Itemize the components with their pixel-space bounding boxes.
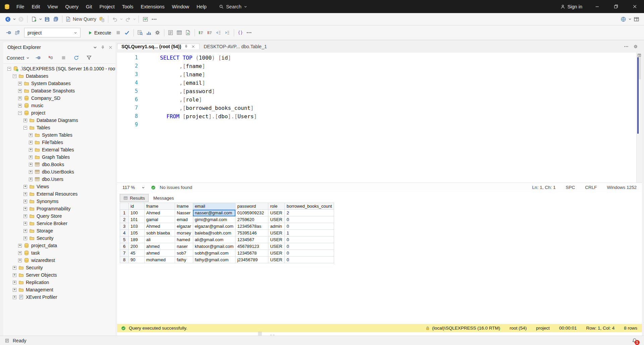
- new-file-button[interactable]: [30, 14, 38, 24]
- expand-icon[interactable]: +: [13, 266, 16, 270]
- expand-icon[interactable]: +: [18, 82, 22, 85]
- editor-status-item[interactable]: CRLF: [585, 185, 597, 190]
- tab-close-icon[interactable]: [191, 45, 195, 49]
- grid-cell[interactable]: sob7: [175, 250, 193, 257]
- tree-item[interactable]: +Service Broker: [3, 220, 115, 227]
- minimize-button[interactable]: [588, 0, 606, 13]
- column-header-role[interactable]: role: [268, 203, 285, 210]
- collapse-icon[interactable]: −: [7, 67, 11, 71]
- grid-cell[interactable]: sobh@gmail.com: [193, 250, 235, 257]
- tree-item[interactable]: −Tables: [3, 124, 115, 131]
- expand-icon[interactable]: +: [23, 214, 27, 218]
- expand-icon[interactable]: +: [29, 155, 33, 159]
- grid-cell[interactable]: Nasser: [175, 210, 193, 216]
- sign-in-button[interactable]: Sign in: [555, 4, 588, 9]
- decrease-indent-button[interactable]: [214, 28, 223, 38]
- tab-results[interactable]: Results: [120, 194, 149, 202]
- tree-item[interactable]: −Databases: [3, 72, 115, 80]
- tree-item[interactable]: +music: [3, 102, 115, 109]
- menu-extensions[interactable]: Extensions: [137, 0, 168, 13]
- results-to-text-button[interactable]: [166, 28, 175, 38]
- expand-icon[interactable]: +: [23, 207, 27, 211]
- grid-cell[interactable]: sobh blaeba: [145, 230, 175, 236]
- grid-cell[interactable]: 2: [285, 210, 334, 216]
- stop-tree-button[interactable]: [59, 53, 68, 63]
- grid-cell[interactable]: Ahmed: [145, 223, 175, 230]
- tree-item[interactable]: +Programmability: [3, 205, 115, 212]
- document-tab[interactable]: DESKTOP-AVP... dbo.Table_1: [200, 44, 271, 49]
- tree-item[interactable]: +wizaredtest: [3, 257, 115, 264]
- refresh-button[interactable]: [72, 53, 80, 63]
- results-to-grid-button[interactable]: [175, 28, 184, 38]
- expand-icon[interactable]: +: [18, 251, 22, 255]
- menu-edit[interactable]: Edit: [28, 0, 44, 13]
- tree-item[interactable]: +FileTables: [3, 139, 115, 146]
- grid-cell[interactable]: khatoor@gmail.com: [193, 243, 235, 250]
- tab-messages[interactable]: Messages: [150, 194, 177, 202]
- editor-status-item[interactable]: SPC: [566, 185, 575, 190]
- grid-cell[interactable]: 75395146: [235, 230, 268, 236]
- tree-item[interactable]: +dbo.Users: [3, 176, 115, 183]
- grid-cell[interactable]: naser: [175, 243, 193, 250]
- execute-button[interactable]: Execute: [85, 28, 114, 38]
- row-header[interactable]: 6: [120, 243, 129, 250]
- grid-cell[interactable]: 90: [129, 257, 145, 263]
- grid-cell[interactable]: 456789123: [235, 243, 268, 250]
- tree-item[interactable]: +Server Objects: [3, 271, 115, 279]
- expand-icon[interactable]: +: [23, 192, 27, 196]
- gear-icon[interactable]: [633, 44, 638, 49]
- save-button[interactable]: [43, 14, 51, 24]
- grid-cell[interactable]: 105: [129, 230, 145, 236]
- grid-cell[interactable]: gimi@gmail.com: [193, 216, 235, 223]
- tree-item[interactable]: +Storage: [3, 227, 115, 234]
- grid-cell[interactable]: 0: [285, 250, 334, 257]
- tree-item[interactable]: +Management: [3, 286, 115, 293]
- change-connection-button[interactable]: [13, 28, 21, 38]
- grid-cell[interactable]: 189: [129, 236, 145, 243]
- column-header-fname[interactable]: fname: [145, 203, 175, 210]
- connect-button[interactable]: Connect: [7, 55, 30, 61]
- expand-icon[interactable]: +: [13, 288, 16, 292]
- menu-query[interactable]: Query: [62, 0, 83, 13]
- tree-item[interactable]: +External Tables: [3, 146, 115, 153]
- column-header-borrowed_books_count[interactable]: borrowed_books_count: [285, 203, 334, 210]
- tree-item[interactable]: +project_data: [3, 242, 115, 249]
- expand-icon[interactable]: +: [18, 244, 22, 248]
- toolbar-overflow-button[interactable]: [150, 14, 158, 24]
- menu-tools[interactable]: Tools: [118, 0, 137, 13]
- expand-icon[interactable]: +: [18, 104, 22, 108]
- column-header-id[interactable]: id: [129, 203, 145, 210]
- column-header-email[interactable]: email: [193, 203, 235, 210]
- tree-item[interactable]: +System Databases: [3, 80, 115, 87]
- editor-scrollbar[interactable]: [636, 53, 642, 183]
- grid-cell[interactable]: j23456789: [235, 257, 268, 263]
- collapse-icon[interactable]: −: [13, 74, 16, 78]
- row-header[interactable]: 5: [120, 236, 129, 243]
- expand-icon[interactable]: +: [29, 133, 33, 137]
- expand-icon[interactable]: +: [23, 236, 27, 240]
- grid-cell[interactable]: 103: [129, 223, 145, 230]
- template-parameters-button[interactable]: [236, 28, 245, 38]
- estimated-plan-button[interactable]: [136, 28, 145, 38]
- tree-item[interactable]: +Security: [3, 234, 115, 242]
- sql-editor[interactable]: 1SELECT TOP (1000) [id]2 ,[fname]3 ,[lna…: [117, 53, 642, 183]
- save-all-button[interactable]: [51, 14, 60, 24]
- collapse-icon[interactable]: −: [23, 126, 27, 130]
- menu-window[interactable]: Window: [168, 0, 193, 13]
- grid-cell[interactable]: 0: [285, 236, 334, 243]
- live-stats-button[interactable]: [145, 28, 153, 38]
- grid-cell[interactable]: 12345678: [235, 250, 268, 257]
- grid-corner[interactable]: [120, 203, 129, 210]
- grid-cell[interactable]: 45: [129, 250, 145, 257]
- grid-cell[interactable]: USER: [268, 216, 285, 223]
- grid-cell[interactable]: nasser@gmail.com: [193, 210, 235, 216]
- navigate-forward-button[interactable]: [16, 14, 25, 24]
- tree-item[interactable]: +dbo.UserBooks: [3, 168, 115, 176]
- expand-icon[interactable]: +: [13, 273, 16, 277]
- grid-cell[interactable]: baleba@sobh.com: [193, 230, 235, 236]
- close-window-button[interactable]: [625, 0, 644, 13]
- tree-item[interactable]: +Replication: [3, 279, 115, 286]
- expand-icon[interactable]: +: [13, 281, 16, 284]
- grid-cell[interactable]: USER: [268, 250, 285, 257]
- new-query-button[interactable]: New Query: [64, 14, 97, 24]
